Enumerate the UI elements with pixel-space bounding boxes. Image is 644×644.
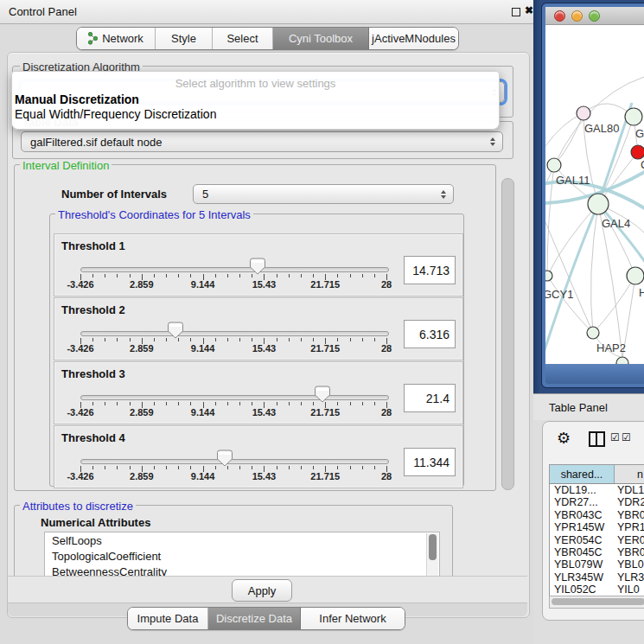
- cell-shared-name[interactable]: YBR045C: [550, 546, 614, 558]
- threshold-slider[interactable]: -3.4262.8599.14415.4321.71528: [54, 362, 462, 424]
- close-traffic-light-icon[interactable]: [554, 10, 565, 22]
- table-row[interactable]: YDL19...YDL1: [550, 484, 644, 496]
- cell-name[interactable]: YER0: [614, 534, 644, 546]
- node-h[interactable]: [627, 267, 644, 284]
- gear-icon[interactable]: ⚙: [557, 429, 571, 448]
- table-row[interactable]: YDR27...YDR2: [550, 496, 644, 508]
- threshold-value-field[interactable]: 11.344: [404, 448, 456, 476]
- column-header-name[interactable]: n: [615, 465, 644, 483]
- tab-cyni-toolbox[interactable]: Cyni Toolbox: [273, 28, 369, 49]
- slider-track[interactable]: [80, 267, 389, 272]
- cell-shared-name[interactable]: YDR27...: [550, 496, 614, 508]
- apply-button[interactable]: Apply: [232, 579, 292, 602]
- table-row[interactable]: YBR043CYBR0: [550, 509, 644, 521]
- slider-handle[interactable]: [217, 450, 233, 467]
- threshold-slider[interactable]: -3.4262.8599.14415.4321.71528: [54, 426, 462, 488]
- checkbox-icon[interactable]: ☑: [610, 431, 620, 443]
- group-title: Attributes to discretize: [20, 500, 136, 513]
- tab-network[interactable]: Network: [77, 28, 156, 49]
- network-edge[interactable]: [593, 276, 635, 333]
- scrollbar-thumb[interactable]: [552, 598, 644, 605]
- node-pink[interactable]: [577, 106, 590, 120]
- cell-name[interactable]: YDL1: [614, 484, 644, 496]
- scrollbar-thumb[interactable]: [429, 534, 437, 560]
- table-row[interactable]: YBR045CYBR0: [550, 546, 644, 558]
- node-gcy1[interactable]: [545, 271, 552, 281]
- numerical-attributes-list[interactable]: SelfLoops TopologicalCoefficient Between…: [44, 532, 440, 576]
- node-gal11[interactable]: [547, 158, 561, 172]
- threshold-value-field[interactable]: 14.713: [404, 256, 456, 284]
- table-row[interactable]: YPR145WYPR1: [550, 521, 644, 533]
- cell-name[interactable]: YDR2: [614, 496, 644, 508]
- slider-track[interactable]: [80, 395, 389, 400]
- float-window-icon[interactable]: [512, 8, 520, 16]
- numerical-attributes-label: Numerical Attributes: [41, 516, 150, 529]
- slider-handle[interactable]: [168, 322, 183, 339]
- network-edge[interactable]: [545, 113, 583, 146]
- cell-shared-name[interactable]: YDL19...: [550, 484, 614, 496]
- slider-track[interactable]: [80, 459, 389, 464]
- table-row[interactable]: YBL079WYBL0: [550, 558, 644, 571]
- cell-shared-name[interactable]: YBL079W: [550, 558, 614, 571]
- list-item[interactable]: BetweennessCentrality: [45, 564, 439, 576]
- tab-infer-network[interactable]: Infer Network: [301, 608, 405, 629]
- table-row[interactable]: YER054CYER0: [550, 534, 644, 546]
- cell-name[interactable]: YPR1: [614, 521, 644, 533]
- split-columns-icon[interactable]: [589, 431, 605, 447]
- tab-impute-data[interactable]: Impute Data: [128, 608, 208, 629]
- minor-tick: [337, 274, 338, 277]
- node-hap2[interactable]: [587, 327, 599, 339]
- node-gal4[interactable]: [588, 194, 609, 214]
- cell-shared-name[interactable]: YPR145W: [550, 521, 614, 533]
- node-bottom[interactable]: [616, 357, 628, 364]
- cell-name[interactable]: YLR3: [614, 571, 644, 583]
- network-window-titlebar[interactable]: [545, 7, 644, 25]
- slider-track[interactable]: [80, 331, 389, 336]
- close-icon[interactable]: ✖: [525, 4, 533, 16]
- threshold-value-field[interactable]: 6.316: [404, 320, 456, 348]
- table-row[interactable]: YLR345WYLR3: [550, 571, 644, 583]
- cell-shared-name[interactable]: YBR043C: [550, 509, 614, 521]
- table-data-combobox[interactable]: galFiltered.sif default node: [21, 131, 503, 152]
- cell-name[interactable]: YBR0: [614, 546, 644, 558]
- node-red[interactable]: [631, 145, 644, 159]
- num-intervals-combobox[interactable]: 5: [193, 184, 454, 204]
- network-edge[interactable]: [591, 204, 598, 333]
- tab-style[interactable]: Style: [156, 28, 213, 49]
- tab-jactivemnodules[interactable]: jActiveMNodules: [369, 28, 458, 49]
- cell-shared-name[interactable]: YLR345W: [550, 571, 614, 583]
- tick-label: 2.859: [130, 279, 154, 290]
- panel-scrollbar-thumb[interactable]: [501, 178, 514, 490]
- slider-handle[interactable]: [250, 258, 265, 275]
- threshold-slider[interactable]: -3.4262.8599.14415.4321.71528: [54, 298, 462, 360]
- tick-label: 28: [381, 471, 392, 481]
- zoom-traffic-light-icon[interactable]: [589, 10, 600, 22]
- thresholds-group: Threshold's Coordinates for 5 Intervals …: [49, 214, 464, 487]
- threshold-slider[interactable]: -3.4262.8599.14415.4321.71528: [54, 234, 462, 296]
- list-scrollbar[interactable]: [426, 533, 438, 576]
- minimize-traffic-light-icon[interactable]: [571, 10, 583, 22]
- tab-label: Style: [171, 32, 196, 45]
- threshold-value-field[interactable]: 21.4: [404, 384, 456, 412]
- node-attribute-table[interactable]: shared... n YDL19...YDL1YDR27...YDR2YBR0…: [549, 464, 644, 596]
- network-canvas[interactable]: GAL80GACGAL11GAL4GCY1HHAP2: [545, 25, 644, 364]
- network-edge-thick[interactable]: [598, 204, 644, 265]
- cell-name[interactable]: YBR0: [614, 509, 644, 521]
- cell-shared-name[interactable]: YER054C: [550, 534, 614, 546]
- node-top-right[interactable]: [625, 108, 642, 125]
- dropdown-option-manual-discretization[interactable]: Manual Discretization: [15, 92, 139, 106]
- table-row[interactable]: YIL052CYIL0: [550, 583, 644, 596]
- list-item[interactable]: TopologicalCoefficient: [45, 548, 439, 564]
- slider-handle[interactable]: [315, 386, 330, 403]
- cell-name[interactable]: YBL0: [614, 558, 644, 571]
- column-header-shared[interactable]: shared...: [550, 465, 615, 483]
- cell-shared-name[interactable]: YIL052C: [550, 583, 614, 596]
- cell-name[interactable]: YIL0: [614, 583, 644, 596]
- tab-select[interactable]: Select: [213, 28, 273, 49]
- table-horizontal-scrollbar[interactable]: [549, 596, 644, 609]
- list-item[interactable]: SelfLoops: [45, 532, 439, 548]
- dropdown-option-equal-width-frequency[interactable]: Equal Width/Frequency Discretization: [15, 107, 216, 121]
- tab-discretize-data[interactable]: Discretize Data: [208, 608, 301, 629]
- checkbox-icon[interactable]: ☑: [622, 431, 631, 443]
- network-view-window[interactable]: GAL80GACGAL11GAL4GCY1HHAP2: [542, 3, 644, 387]
